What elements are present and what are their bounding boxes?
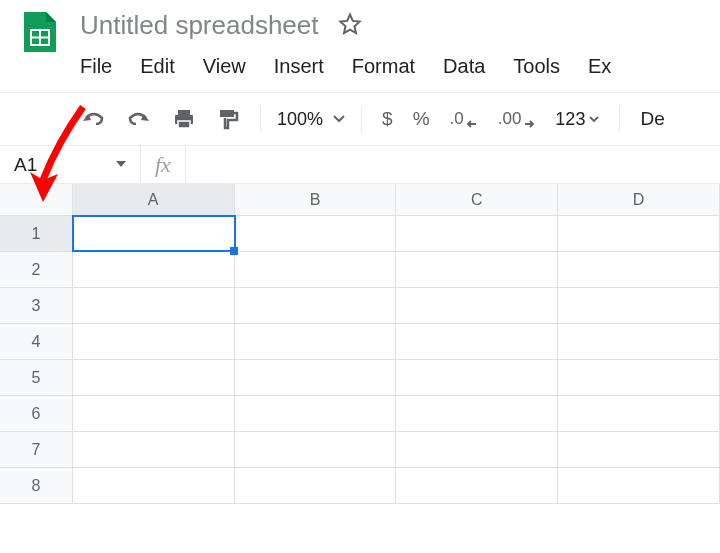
sheets-logo[interactable] bbox=[16, 8, 64, 56]
cell[interactable] bbox=[73, 432, 235, 467]
cell[interactable] bbox=[73, 252, 235, 287]
menu-data[interactable]: Data bbox=[443, 55, 485, 78]
star-icon[interactable] bbox=[338, 12, 362, 40]
formula-input[interactable] bbox=[185, 146, 720, 183]
cell[interactable] bbox=[396, 396, 558, 431]
menu-view[interactable]: View bbox=[203, 55, 246, 78]
name-box-value: A1 bbox=[14, 154, 37, 176]
row-header[interactable]: 1 bbox=[0, 216, 73, 251]
row-header[interactable]: 8 bbox=[0, 468, 73, 503]
menubar: File Edit View Insert Format Data Tools … bbox=[80, 41, 704, 88]
more-formats-dropdown[interactable]: 123 bbox=[545, 109, 609, 130]
menu-edit[interactable]: Edit bbox=[140, 55, 174, 78]
row-header[interactable]: 7 bbox=[0, 432, 73, 467]
chevron-down-icon bbox=[333, 115, 345, 123]
cell[interactable] bbox=[235, 252, 397, 287]
increase-decimal-button[interactable]: .00 bbox=[488, 108, 546, 130]
format-currency-button[interactable]: $ bbox=[372, 108, 403, 130]
menu-tools[interactable]: Tools bbox=[513, 55, 560, 78]
cell[interactable] bbox=[558, 252, 720, 287]
row-header[interactable]: 2 bbox=[0, 252, 73, 287]
cell[interactable] bbox=[558, 468, 720, 503]
print-icon[interactable] bbox=[162, 104, 206, 134]
redo-icon[interactable] bbox=[116, 104, 162, 134]
cell[interactable] bbox=[235, 216, 397, 251]
cell[interactable] bbox=[396, 468, 558, 503]
menu-format[interactable]: Format bbox=[352, 55, 415, 78]
formula-bar: A1 fx bbox=[0, 146, 720, 184]
name-box[interactable]: A1 bbox=[0, 154, 140, 176]
cell[interactable] bbox=[235, 432, 397, 467]
spreadsheet-grid: A B C D 12345678 bbox=[0, 184, 720, 504]
fx-label: fx bbox=[140, 146, 185, 183]
column-header-d[interactable]: D bbox=[558, 184, 720, 215]
chevron-down-icon bbox=[589, 116, 599, 123]
row-header[interactable]: 5 bbox=[0, 360, 73, 395]
column-header-c[interactable]: C bbox=[396, 184, 558, 215]
document-title[interactable]: Untitled spreadsheet bbox=[80, 10, 318, 41]
menu-insert[interactable]: Insert bbox=[274, 55, 324, 78]
select-all-corner[interactable] bbox=[0, 184, 73, 215]
row-header[interactable]: 4 bbox=[0, 324, 73, 359]
menu-file[interactable]: File bbox=[80, 55, 112, 78]
cell[interactable] bbox=[396, 324, 558, 359]
chevron-down-icon bbox=[116, 161, 126, 168]
zoom-value: 100% bbox=[277, 109, 323, 130]
undo-icon[interactable] bbox=[70, 104, 116, 134]
row-header[interactable]: 3 bbox=[0, 288, 73, 323]
cell[interactable] bbox=[73, 324, 235, 359]
paint-format-icon[interactable] bbox=[206, 103, 250, 135]
cell[interactable] bbox=[558, 396, 720, 431]
cell[interactable] bbox=[73, 360, 235, 395]
svg-rect-6 bbox=[220, 110, 234, 117]
column-header-b[interactable]: B bbox=[235, 184, 397, 215]
cell[interactable] bbox=[558, 288, 720, 323]
format-percent-button[interactable]: % bbox=[403, 108, 440, 130]
cell[interactable] bbox=[396, 216, 558, 251]
cell[interactable] bbox=[396, 288, 558, 323]
zoom-dropdown[interactable]: 100% bbox=[271, 109, 351, 130]
decrease-decimal-button[interactable]: .0 bbox=[440, 108, 488, 130]
font-dropdown[interactable]: De bbox=[630, 108, 674, 130]
cell[interactable] bbox=[558, 432, 720, 467]
menu-extensions[interactable]: Ex bbox=[588, 55, 611, 78]
cell[interactable] bbox=[73, 468, 235, 503]
svg-rect-5 bbox=[178, 121, 190, 128]
cell[interactable] bbox=[558, 324, 720, 359]
cell[interactable] bbox=[73, 396, 235, 431]
cell[interactable] bbox=[73, 216, 235, 251]
cell[interactable] bbox=[396, 432, 558, 467]
cell[interactable] bbox=[558, 360, 720, 395]
toolbar: 100% $ % .0 .00 123 De bbox=[0, 93, 720, 145]
cell[interactable] bbox=[235, 288, 397, 323]
cell[interactable] bbox=[73, 288, 235, 323]
cell[interactable] bbox=[396, 360, 558, 395]
svg-rect-3 bbox=[178, 110, 190, 115]
cell[interactable] bbox=[235, 360, 397, 395]
row-header[interactable]: 6 bbox=[0, 396, 73, 431]
cell[interactable] bbox=[235, 468, 397, 503]
cell[interactable] bbox=[235, 396, 397, 431]
column-header-a[interactable]: A bbox=[73, 184, 235, 215]
cell[interactable] bbox=[558, 216, 720, 251]
cell[interactable] bbox=[396, 252, 558, 287]
cell[interactable] bbox=[235, 324, 397, 359]
